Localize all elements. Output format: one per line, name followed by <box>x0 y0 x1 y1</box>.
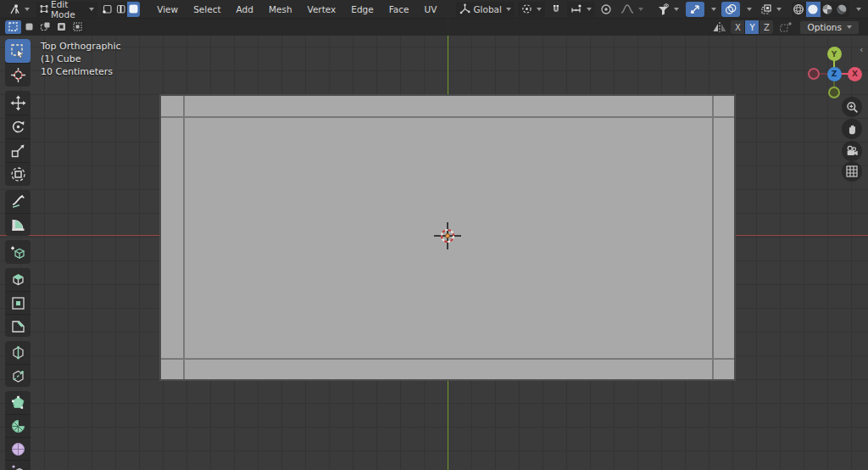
pan-hand-button[interactable] <box>842 119 862 139</box>
overlays-dropdown[interactable] <box>743 2 754 17</box>
select-op-subtract[interactable] <box>37 20 53 34</box>
mirror-butterfly-icon <box>712 21 727 33</box>
mirror-axis-group: X Y Z <box>731 20 773 34</box>
mesh-edge-horizontal-top[interactable] <box>161 116 734 118</box>
tool-rotate[interactable] <box>5 115 31 138</box>
tool-smooth[interactable] <box>5 437 31 460</box>
vertex-select-button[interactable] <box>101 2 114 17</box>
navigation-gizmo[interactable]: Y X Z <box>804 42 864 102</box>
material-preview-icon <box>821 3 833 15</box>
snap-toggle-button[interactable] <box>548 2 564 17</box>
menu-face[interactable]: Face <box>383 2 415 17</box>
chevron-down-icon <box>587 8 592 11</box>
shading-material-button[interactable] <box>821 2 835 17</box>
chevron-down-icon <box>711 8 716 11</box>
show-overlays-toggle[interactable] <box>721 2 740 17</box>
mesh-edge-vertical-left[interactable] <box>183 96 185 379</box>
face-select-button[interactable] <box>127 2 140 17</box>
toggle-perspective-button[interactable] <box>842 161 862 182</box>
blender-window: Top Orthographic (1) Cube 10 Centimeters <box>0 0 868 470</box>
viewport-3d[interactable]: Top Orthographic (1) Cube 10 Centimeters <box>0 19 868 470</box>
pivot-point-dropdown[interactable] <box>518 2 545 17</box>
gizmo-axis-y-negative[interactable] <box>828 87 840 98</box>
menu-vertex[interactable]: Vertex <box>302 2 342 17</box>
mirror-y-button[interactable]: Y <box>745 20 759 34</box>
camera-view-button[interactable] <box>842 141 862 161</box>
mesh-edge-vertical-right[interactable] <box>712 96 714 379</box>
tool-cursor[interactable] <box>5 63 31 87</box>
3d-cursor[interactable] <box>433 221 462 250</box>
select-mode-group <box>101 2 140 17</box>
shading-mode-group <box>792 2 849 17</box>
gizmo-axis-y-positive[interactable]: Y <box>827 47 842 61</box>
filter-dropdown[interactable] <box>654 2 682 17</box>
select-op-intersect[interactable] <box>70 20 86 34</box>
menu-add[interactable]: Add <box>231 2 259 17</box>
toolbar <box>5 39 31 470</box>
proportional-falloff-dropdown[interactable] <box>617 2 647 17</box>
tool-measure[interactable] <box>5 213 31 236</box>
menu-uv[interactable]: UV <box>419 2 443 17</box>
tool-poly-build[interactable] <box>5 391 31 414</box>
gizmo-dropdown[interactable] <box>708 2 718 17</box>
gizmo-axis-x-positive[interactable]: X <box>848 67 862 81</box>
select-op-extend[interactable] <box>21 20 37 34</box>
mesh-edge-horizontal-bottom[interactable] <box>161 358 734 360</box>
shading-dropdown[interactable] <box>853 2 863 17</box>
tool-bevel[interactable] <box>5 314 31 337</box>
filter-funnel-icon <box>657 3 670 15</box>
tweak-snap-icon[interactable] <box>780 21 793 33</box>
tool-select-box[interactable] <box>5 39 31 63</box>
mirror-x-button[interactable]: X <box>731 20 744 34</box>
proportional-editing-toggle[interactable] <box>598 2 614 17</box>
menu-select[interactable]: Select <box>187 2 226 17</box>
object-origin-dot <box>446 234 450 238</box>
shading-solid-button[interactable] <box>806 2 821 17</box>
gizmo-axis-x-negative[interactable] <box>808 68 820 80</box>
show-gizmo-toggle[interactable] <box>686 2 704 17</box>
tool-transform[interactable] <box>5 162 31 186</box>
wireframe-icon <box>793 3 804 15</box>
shading-rendered-button[interactable] <box>835 2 849 17</box>
mode-dropdown[interactable]: Edit Mode <box>36 2 97 17</box>
select-operation-group <box>5 20 86 35</box>
tool-extrude-region[interactable] <box>5 268 31 291</box>
sidebar-collapse-icon[interactable]: ‹ <box>860 44 863 55</box>
mirror-z-button[interactable]: Z <box>760 20 773 34</box>
transform-orientation-dropdown[interactable]: Global <box>456 2 515 17</box>
gizmo-y-label: Y <box>832 50 837 59</box>
menu-edge[interactable]: Edge <box>345 2 379 17</box>
viewport-overlay-text: Top Orthographic (1) Cube 10 Centimeters <box>41 40 121 78</box>
zoom-button[interactable] <box>842 97 862 117</box>
tool-scale[interactable] <box>5 138 31 162</box>
orientation-label: Global <box>473 4 502 14</box>
editor-type-dropdown[interactable] <box>5 2 33 17</box>
editor-type-icon <box>8 3 20 15</box>
view-name-label: Top Orthographic <box>41 40 121 53</box>
edge-select-button[interactable] <box>114 2 127 17</box>
menu-mesh[interactable]: Mesh <box>263 2 298 17</box>
select-op-set[interactable] <box>5 20 21 34</box>
options-dropdown[interactable]: Options <box>799 20 860 35</box>
active-object-label: (1) Cube <box>41 53 121 65</box>
chevron-down-icon <box>537 8 542 11</box>
tool-annotate[interactable] <box>5 190 31 213</box>
shading-wireframe-button[interactable] <box>792 2 806 17</box>
xray-toggle[interactable] <box>757 2 785 17</box>
snap-settings-dropdown[interactable] <box>567 2 595 17</box>
proportional-editing-icon <box>600 3 612 15</box>
tool-add-cube[interactable] <box>5 240 31 264</box>
tool-edge-slide[interactable] <box>5 460 31 470</box>
menu-view[interactable]: View <box>151 2 184 17</box>
gizmo-x-label: X <box>852 70 858 78</box>
tool-move[interactable] <box>5 91 31 115</box>
chevron-down-icon <box>674 8 679 11</box>
solid-shading-icon <box>807 3 819 15</box>
tool-inset-faces[interactable] <box>5 291 31 314</box>
tool-knife[interactable] <box>5 364 31 387</box>
select-op-invert[interactable] <box>53 20 70 34</box>
orientation-icon <box>459 3 470 14</box>
tool-spin[interactable] <box>5 414 31 437</box>
tool-loop-cut[interactable] <box>5 341 31 364</box>
gizmo-axis-z-positive[interactable]: Z <box>827 67 842 81</box>
